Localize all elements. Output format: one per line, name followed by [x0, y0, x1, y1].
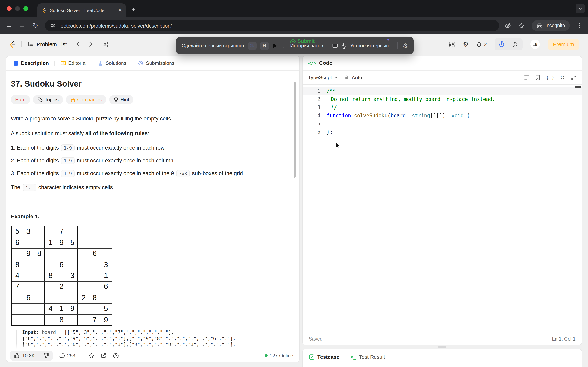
code-text: Do not return anything, modify board in-…: [327, 96, 495, 102]
inline-code: 1-9: [61, 144, 75, 151]
online-dot: [265, 354, 267, 357]
reset-code-icon[interactable]: ↺: [560, 75, 565, 80]
url-text[interactable]: leetcode.com/problems/sudoku-solver/desc…: [60, 23, 172, 29]
help-button[interactable]: [112, 352, 119, 359]
sudoku-cell: [12, 292, 23, 303]
close-tab-icon[interactable]: ✕: [118, 8, 122, 13]
problem-list-icon[interactable]: [27, 41, 34, 47]
comments-button[interactable]: 253: [59, 353, 75, 359]
thumbs-up-icon: [14, 353, 20, 359]
save-status: Saved: [309, 336, 323, 342]
browser-tab[interactable]: Sudoku Solver - LeetCode ✕: [37, 3, 126, 17]
format-code-icon[interactable]: [524, 75, 529, 80]
chat-history-label[interactable]: История чатов: [290, 43, 323, 48]
code-line[interactable]: 6};: [303, 128, 582, 136]
panel-resize-handle[interactable]: [438, 346, 446, 348]
random-problem-icon[interactable]: [102, 41, 109, 47]
code-line[interactable]: 3 */: [303, 103, 582, 111]
tab-solutions[interactable]: Solutions: [96, 60, 128, 66]
editor-toolbar-actions: { } ↺: [524, 75, 576, 80]
sudoku-cell: [34, 237, 45, 248]
code-line[interactable]: 4function solveSudoku(board: string[][])…: [303, 111, 582, 120]
code-line[interactable]: 5: [303, 120, 582, 128]
tab-testcase[interactable]: Testcase: [307, 354, 341, 360]
lightbulb-icon: [113, 97, 119, 102]
sudoku-cell: 3: [23, 226, 34, 237]
fullscreen-icon[interactable]: [571, 75, 576, 80]
favorite-button[interactable]: [88, 352, 94, 359]
hint-badge[interactable]: Hint: [109, 95, 133, 104]
inline-code: 1-9: [61, 157, 75, 164]
url-bar[interactable]: leetcode.com/problems/sudoku-solver/desc…: [45, 20, 499, 32]
description-icon: [13, 60, 19, 66]
sudoku-cell: 1: [45, 237, 56, 248]
collaborate-button[interactable]: [509, 38, 523, 50]
close-window-button[interactable]: [7, 6, 12, 11]
layout-grid-icon[interactable]: [448, 41, 455, 48]
divider: [397, 42, 398, 49]
tab-test-result[interactable]: >_ Test Result: [349, 354, 387, 360]
password-eye-off-icon[interactable]: [505, 22, 511, 29]
sudoku-cell: 2: [56, 281, 67, 292]
like-count: 10.8K: [22, 353, 35, 358]
site-settings-icon[interactable]: [50, 23, 56, 29]
play-icon[interactable]: [273, 43, 277, 48]
forward-icon[interactable]: →: [16, 22, 29, 30]
timer-button[interactable]: [495, 38, 509, 50]
settings-gear-icon[interactable]: ⚙: [463, 40, 469, 48]
tab-editorial[interactable]: Editorial: [59, 60, 88, 66]
leetcode-logo[interactable]: [9, 40, 16, 49]
code-editor[interactable]: 1/**2 Do not return anything, modify boa…: [303, 85, 582, 333]
sudoku-cell: 4: [12, 270, 23, 282]
back-icon[interactable]: ←: [2, 22, 16, 30]
dislike-button[interactable]: [39, 350, 53, 361]
sudoku-cell: 9: [23, 248, 34, 259]
topics-badge[interactable]: Topics: [33, 95, 63, 104]
tab-submissions[interactable]: Submissions: [136, 60, 176, 66]
sudoku-cell: [67, 226, 78, 237]
comment-icon: [59, 353, 65, 359]
code-line[interactable]: 2 Do not return anything, modify board i…: [303, 95, 582, 103]
tab-search-button[interactable]: [576, 4, 585, 13]
overlay-settings-gear-icon[interactable]: ⚙: [403, 42, 408, 49]
microphone-icon[interactable]: [342, 42, 347, 49]
like-button[interactable]: 10.8K: [10, 350, 39, 361]
oral-interview-label[interactable]: Устное интервью: [350, 43, 389, 48]
prev-problem-icon[interactable]: [76, 42, 80, 47]
reload-icon[interactable]: ↻: [29, 22, 42, 30]
screen: Sudoku Solver - LeetCode ✕ + ← → ↻ leetc…: [0, 0, 588, 367]
zoom-window-button[interactable]: [23, 6, 28, 11]
browser-actions: Incognito ⋮: [505, 20, 588, 31]
minimize-window-button[interactable]: [15, 6, 20, 11]
streak-counter[interactable]: 2: [476, 41, 487, 48]
share-button[interactable]: [101, 353, 106, 359]
editor-scrollbar[interactable]: [575, 86, 581, 88]
bookmark-star-icon[interactable]: [518, 22, 525, 29]
language-selector[interactable]: TypeScript: [308, 75, 332, 80]
description-tab-bar: Description Editorial Solutions: [6, 56, 299, 71]
new-tab-button[interactable]: +: [131, 6, 136, 14]
sudoku-cell: [56, 248, 67, 259]
premium-button[interactable]: Premium: [548, 39, 579, 50]
sudoku-cell: [67, 259, 78, 270]
browser-menu-icon[interactable]: ⋮: [577, 22, 583, 29]
next-problem-icon[interactable]: [89, 42, 93, 47]
description-scrollbar[interactable]: [294, 82, 295, 178]
code-line[interactable]: 1/**: [303, 87, 582, 95]
submissions-history-icon: [138, 60, 144, 66]
chat-bubble-icon[interactable]: [281, 43, 287, 48]
screen-share-icon[interactable]: [332, 43, 338, 48]
window-controls[interactable]: [7, 6, 28, 11]
bookmark-icon[interactable]: [535, 75, 540, 80]
tab-description[interactable]: Description: [12, 60, 50, 66]
brackets-icon[interactable]: { }: [546, 75, 554, 80]
problem-list-label[interactable]: Problem List: [36, 41, 67, 47]
auto-save-label[interactable]: Auto: [352, 75, 362, 80]
chevron-down-icon[interactable]: [334, 76, 338, 79]
sudoku-cell: 3: [67, 270, 78, 282]
companies-badge[interactable]: Companies: [66, 95, 106, 104]
avatar[interactable]: IB: [530, 40, 540, 49]
sudoku-board-image: 537619598686348317266284195879: [11, 226, 112, 326]
line-number: 3: [303, 104, 320, 110]
sudoku-cell: 7: [56, 226, 67, 237]
